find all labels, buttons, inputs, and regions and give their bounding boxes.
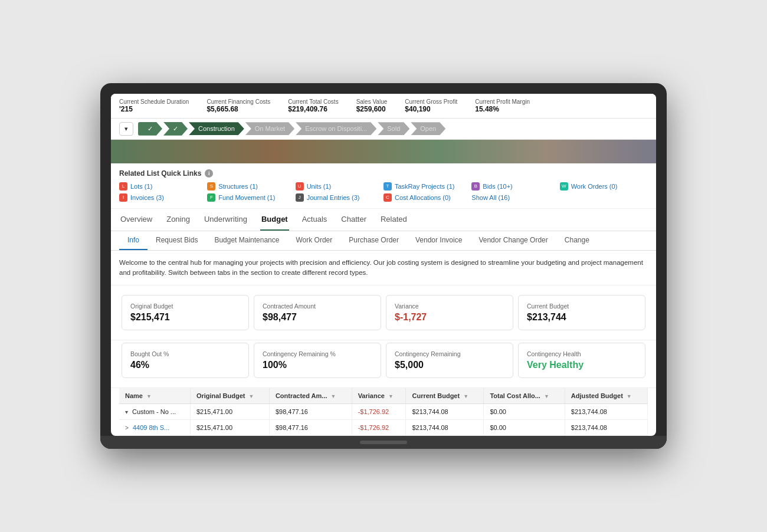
subtab-budgetmaintenance[interactable]: Budget Maintenance xyxy=(206,231,287,250)
fundmovement-icon: F xyxy=(207,193,215,202)
subtab-info[interactable]: Info xyxy=(119,231,148,250)
card-contingency-remaining-pct-label: Contingency Remaining % xyxy=(263,350,372,357)
metric-item: Current Financing Costs$5,665.68 xyxy=(206,98,270,113)
tab-zoning[interactable]: Zoning xyxy=(165,209,191,231)
stage-btn-3[interactable]: On Market xyxy=(245,122,294,135)
laptop-base xyxy=(100,436,667,449)
card-contingency-remaining-pct-value: 100% xyxy=(263,360,372,370)
row1-original-budget: $215,471.00 xyxy=(190,420,269,436)
stage-dropdown[interactable]: ▾ xyxy=(119,122,133,136)
tab-budget[interactable]: Budget xyxy=(260,209,289,231)
quick-link-fundmovement[interactable]: F Fund Movement (1) xyxy=(207,193,295,202)
quick-link-workorders[interactable]: W Work Orders (0) xyxy=(560,182,648,191)
quick-link-taskray[interactable]: T TaskRay Projects (1) xyxy=(384,182,471,191)
row1-name: > 4409 8th S... xyxy=(119,420,190,436)
card-variance-value: $-1,727 xyxy=(395,312,504,323)
units-icon: U xyxy=(296,182,304,191)
metric-item: Current Gross Profit$40,190 xyxy=(405,98,457,113)
card-bought-out-label: Bought Out % xyxy=(130,350,240,357)
card-bought-out: Bought Out % 46% xyxy=(122,343,249,378)
col-header-contracted-amount[interactable]: Contracted Am... ▼ xyxy=(269,388,352,404)
quick-links-grid: L Lots (1) S Structures (1) U Units (1) … xyxy=(119,182,648,202)
quick-link-bids[interactable]: B Bids (10+) xyxy=(471,182,559,191)
metric-item: Current Profit Margin15.48% xyxy=(475,98,530,113)
tab-chatter[interactable]: Chatter xyxy=(340,209,368,231)
stage-btn-4[interactable]: Escrow on Dispositi... xyxy=(296,122,376,135)
stage-btn-6[interactable]: Open xyxy=(411,122,445,135)
subtab-purchaseorder[interactable]: Purchase Order xyxy=(340,231,407,250)
quick-link-lots-label: Lots (1) xyxy=(130,183,152,190)
show-all-link[interactable]: Show All (16) xyxy=(471,193,510,202)
sort-adjusted-icon: ▼ xyxy=(627,393,632,399)
tab-actuals[interactable]: Actuals xyxy=(301,209,329,231)
col-header-adjusted-budget[interactable]: Adjusted Budget ▼ xyxy=(565,388,647,404)
tab-underwriting[interactable]: Underwriting xyxy=(203,209,248,231)
screen: Current Schedule Duration'215Current Fin… xyxy=(111,94,656,436)
costallocations-icon: C xyxy=(384,193,392,202)
quick-links-header: Related List Quick Links i xyxy=(119,169,648,178)
metric-item: Current Schedule Duration'215 xyxy=(119,98,189,113)
structures-icon: S xyxy=(207,182,215,191)
card-variance: Variance $-1,727 xyxy=(386,295,513,330)
card-variance-label: Variance xyxy=(395,303,504,310)
stage-btn-0[interactable]: ✓ xyxy=(138,122,162,136)
quick-link-costallocations-label: Cost Allocations (0) xyxy=(395,194,451,201)
stage-btn-2[interactable]: Construction xyxy=(189,122,244,135)
quick-link-journalentries[interactable]: J Journal Entries (3) xyxy=(296,193,384,202)
card-original-budget-value: $215,471 xyxy=(130,312,240,323)
journalentries-icon: J xyxy=(296,193,304,202)
table-row: ▾ Custom - No ... $215,471.00 $98,477.16… xyxy=(119,404,648,420)
tab-related[interactable]: Related xyxy=(379,209,408,231)
row0-expand-icon[interactable]: ▾ xyxy=(125,409,128,415)
quick-link-structures[interactable]: S Structures (1) xyxy=(207,182,295,191)
sort-original-budget-icon: ▼ xyxy=(249,393,254,399)
quick-link-workorders-label: Work Orders (0) xyxy=(571,183,618,190)
col-header-current-budget[interactable]: Current Budget ▼ xyxy=(406,388,484,404)
quick-link-costallocations[interactable]: C Cost Allocations (0) xyxy=(384,193,471,202)
row0-total-cost-allo: $0.00 xyxy=(484,404,565,420)
tab-overview[interactable]: Overview xyxy=(119,209,153,231)
row0-adjusted-budget: $213,744.08 xyxy=(565,404,647,420)
row0-name: ▾ Custom - No ... xyxy=(119,404,190,420)
col-header-variance[interactable]: Variance ▼ xyxy=(352,388,406,404)
card-contingency-health-label: Contingency Health xyxy=(527,350,637,357)
bids-icon: B xyxy=(471,182,480,191)
subtab-workorder[interactable]: Work Order xyxy=(287,231,340,250)
invoices-icon: I xyxy=(119,193,127,202)
summary-cards-row2: Bought Out % 46% Contingency Remaining %… xyxy=(111,340,656,388)
subtab-vendorchangeorder[interactable]: Vendor Change Order xyxy=(470,231,556,250)
card-contingency-remaining-pct: Contingency Remaining % 100% xyxy=(254,343,381,378)
subtab-vendorinvoice[interactable]: Vendor Invoice xyxy=(407,231,470,250)
data-table: Name ▼ Original Budget ▼ Contracted Am..… xyxy=(119,388,648,436)
subtab-requestbids[interactable]: Request Bids xyxy=(148,231,206,250)
quick-link-invoices[interactable]: I Invoices (3) xyxy=(119,193,207,202)
info-circle-icon: i xyxy=(205,169,213,178)
row1-expand-icon[interactable]: > xyxy=(125,425,129,431)
card-contracted-amount-value: $98,477 xyxy=(263,312,372,323)
card-bought-out-value: 46% xyxy=(130,360,240,370)
subtab-change[interactable]: Change xyxy=(556,231,598,250)
quick-links-section: Related List Quick Links i L Lots (1) S … xyxy=(111,163,656,209)
row0-contracted-amount: $98,477.16 xyxy=(269,404,352,420)
row0-current-budget: $213,744.08 xyxy=(406,404,484,420)
row1-name-link[interactable]: 4409 8th S... xyxy=(133,424,169,431)
sort-variance-icon: ▼ xyxy=(388,393,394,399)
card-contingency-remaining-label: Contingency Remaining xyxy=(395,350,504,357)
col-header-name[interactable]: Name ▼ xyxy=(119,388,190,404)
col-header-original-budget[interactable]: Original Budget ▼ xyxy=(190,388,269,404)
card-contingency-remaining: Contingency Remaining $5,000 xyxy=(386,343,513,378)
quick-link-invoices-label: Invoices (3) xyxy=(130,194,164,201)
stage-btn-5[interactable]: Sold xyxy=(378,122,409,135)
quick-link-structures-label: Structures (1) xyxy=(218,183,258,190)
card-contracted-amount-label: Contracted Amount xyxy=(263,303,372,310)
sort-total-cost-icon: ▼ xyxy=(544,393,549,399)
stage-btn-1[interactable]: ✓ xyxy=(163,122,188,136)
sort-name-icon: ▼ xyxy=(146,393,152,399)
quick-link-units[interactable]: U Units (1) xyxy=(296,182,384,191)
taskray-icon: T xyxy=(384,182,392,191)
metrics-bar: Current Schedule Duration'215Current Fin… xyxy=(111,94,656,119)
col-header-total-cost-allo[interactable]: Total Cost Allo... ▼ xyxy=(484,388,565,404)
card-contracted-amount: Contracted Amount $98,477 xyxy=(254,295,381,330)
quick-link-lots[interactable]: L Lots (1) xyxy=(119,182,207,191)
card-contingency-health: Contingency Health Very Healthy xyxy=(518,343,645,378)
